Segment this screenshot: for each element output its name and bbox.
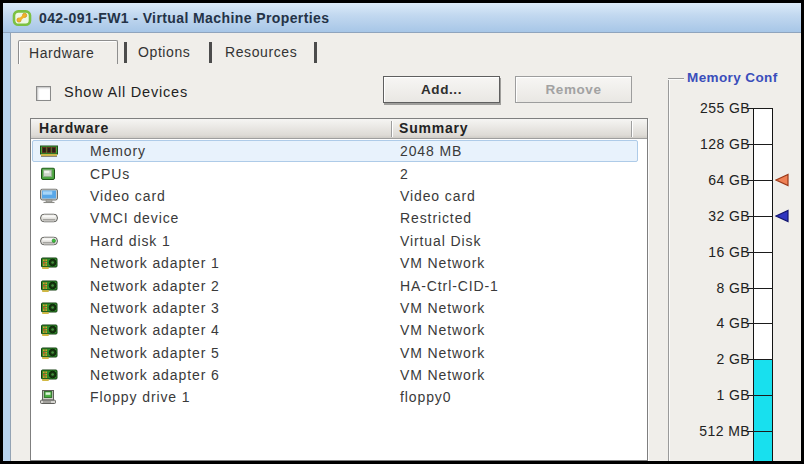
table-row[interactable]: Network adapter 3 VM Network (32, 297, 638, 319)
show-all-devices-label: Show All Devices (64, 84, 188, 100)
table-row[interactable]: Network adapter 5 VM Network (32, 342, 638, 364)
memory-marker-blue-icon[interactable] (775, 209, 789, 223)
hard-disk-icon (40, 236, 58, 245)
memory-tick (747, 108, 773, 109)
device-summary: Restricted (400, 210, 472, 226)
memory-tick-label: 255 GB (678, 100, 750, 116)
device-summary: VM Network (400, 255, 485, 271)
tab-hardware[interactable]: Hardware (18, 40, 118, 64)
hardware-table: Hardware Summary (30, 118, 648, 461)
memory-tick-label: 128 GB (678, 136, 750, 152)
table-row[interactable]: Hard disk 1 Virtual Disk (32, 230, 638, 252)
device-summary: 2 (400, 166, 409, 182)
vm-properties-window: 042-091-FW1 - Virtual Machine Properties… (0, 0, 804, 464)
show-all-devices-checkbox[interactable] (36, 86, 51, 101)
table-row[interactable]: Network adapter 1 VM Network (32, 252, 638, 274)
device-summary: VM Network (400, 345, 485, 361)
memory-tick (747, 359, 773, 360)
add-button[interactable]: Add... (383, 76, 500, 103)
tab-options[interactable]: Options (138, 40, 190, 64)
memory-tick (747, 395, 773, 396)
device-name: CPUs (90, 166, 130, 182)
network-adapter-icon (40, 369, 58, 382)
floppy-drive-icon (40, 390, 56, 404)
column-header-summary[interactable]: Summary (399, 119, 468, 139)
device-name: Hard disk 1 (90, 233, 171, 249)
window-titlebar[interactable]: 042-091-FW1 - Virtual Machine Properties (3, 3, 801, 33)
tab-separator (124, 42, 127, 63)
memory-tick-label: 8 GB (678, 280, 750, 296)
memory-tick (747, 431, 773, 432)
memory-tick-label: 32 GB (678, 208, 750, 224)
table-row[interactable]: Network adapter 2 HA-Ctrl-CID-1 (32, 274, 638, 296)
memory-configuration-panel: Memory Conf 255 GB128 GB64 GB32 GB16 GB8… (668, 71, 801, 461)
memory-tick (747, 144, 773, 145)
memory-current-fill (754, 359, 772, 461)
memory-icon (40, 145, 58, 158)
hardware-table-header: Hardware Summary (31, 119, 647, 139)
network-adapter-icon (40, 324, 58, 337)
device-name: Network adapter 5 (90, 345, 220, 361)
device-name: Floppy drive 1 (90, 389, 191, 405)
memory-tick-label: 2 GB (678, 351, 750, 367)
device-summary: VM Network (400, 300, 485, 316)
device-name: Network adapter 1 (90, 255, 220, 271)
table-row[interactable]: Network adapter 6 VM Network (32, 364, 638, 386)
table-row[interactable]: VMCI device Restricted (32, 207, 638, 229)
device-name: Video card (90, 188, 166, 204)
cpu-icon (40, 167, 56, 180)
device-name: VMCI device (90, 210, 179, 226)
memory-tick-label: 1 GB (678, 387, 750, 403)
remove-button[interactable]: Remove (515, 76, 632, 103)
table-row[interactable]: CPUs 2 (32, 162, 638, 184)
tab-separator (314, 42, 317, 63)
column-divider[interactable] (391, 121, 392, 137)
device-summary: 2048 MB (400, 143, 462, 159)
dialog-content: Hardware Options Resources Show All Devi… (12, 33, 801, 461)
table-row[interactable]: Floppy drive 1 floppy0 (32, 386, 638, 408)
network-adapter-icon (40, 346, 58, 359)
video-card-icon (40, 188, 58, 203)
memory-tick-label: 16 GB (678, 244, 750, 260)
window-title: 042-091-FW1 - Virtual Machine Properties (39, 10, 329, 26)
device-summary: HA-Ctrl-CID-1 (400, 278, 499, 294)
vmci-device-icon (40, 214, 58, 223)
window-border-left (3, 33, 11, 461)
device-summary: floppy0 (400, 389, 451, 405)
device-summary: Virtual Disk (400, 233, 481, 249)
device-name: Network adapter 2 (90, 278, 220, 294)
memory-marker-orange-icon[interactable] (775, 173, 789, 187)
memory-slider-track[interactable] (753, 108, 773, 461)
groupbox-border (668, 78, 669, 461)
tab-separator (209, 42, 212, 63)
network-adapter-icon (40, 257, 58, 270)
network-adapter-icon (40, 301, 58, 314)
column-divider[interactable] (631, 121, 632, 137)
tab-resources[interactable]: Resources (225, 40, 297, 64)
memory-tick-label: 4 GB (678, 315, 750, 331)
device-name: Network adapter 4 (90, 322, 220, 338)
memory-tick (747, 252, 773, 253)
device-summary: VM Network (400, 367, 485, 383)
memory-configuration-title: Memory Conf (684, 71, 781, 85)
memory-tick-label: 512 MB (678, 423, 750, 439)
table-row[interactable]: Video card Video card (32, 185, 638, 207)
device-name: Memory (90, 143, 146, 159)
device-name: Network adapter 3 (90, 300, 220, 316)
device-name: Network adapter 6 (90, 367, 220, 383)
memory-tick-label: 64 GB (678, 172, 750, 188)
table-row[interactable]: Memory 2048 MB (32, 140, 638, 162)
vm-icon (12, 9, 32, 27)
device-summary: Video card (400, 188, 476, 204)
column-header-hardware[interactable]: Hardware (39, 119, 109, 139)
memory-tick (747, 180, 773, 181)
device-summary: VM Network (400, 322, 485, 338)
hardware-rows: Memory 2048 MB (31, 140, 647, 460)
memory-tick (747, 323, 773, 324)
memory-tick (747, 216, 773, 217)
memory-tick (747, 288, 773, 289)
network-adapter-icon (40, 279, 58, 292)
table-row[interactable]: Network adapter 4 VM Network (32, 319, 638, 341)
